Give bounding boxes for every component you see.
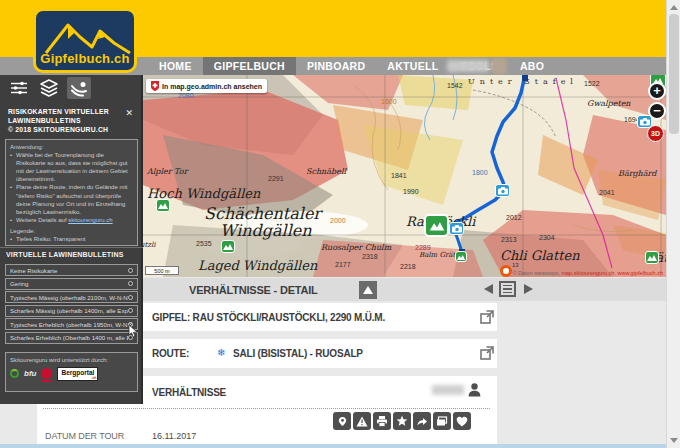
- map-place-label: Chli Glatten: [500, 248, 580, 263]
- map-place-label: utzli: [143, 241, 156, 249]
- map-elevation-label: 1841: [391, 172, 407, 179]
- map-place-label: Balm Grätli: [419, 251, 460, 259]
- view-3d-button[interactable]: 3D: [647, 125, 664, 142]
- bulletins-heading: VIRTUELLE LAWINENBULLETINS: [6, 251, 124, 258]
- site-logo[interactable]: Gipfelbuch.ch: [33, 8, 137, 73]
- list-view-button[interactable]: [499, 281, 516, 297]
- nav-item-pinboard[interactable]: PINBOARD: [296, 57, 376, 75]
- map-elevation-label: 13: [512, 262, 519, 268]
- previous-entry-button[interactable]: [484, 284, 493, 294]
- radio-icon[interactable]: [128, 308, 133, 313]
- summit-marker-icon[interactable]: [455, 251, 467, 262]
- snowflake-icon: ❄: [217, 347, 225, 358]
- skitourenguru-logo-icon: [500, 265, 512, 277]
- bergportal-logo[interactable]: Bergportal.ch: [57, 367, 98, 381]
- map[interactable]: 2080 1600 1542 Unter Stafel 1522 Gwalpet…: [143, 75, 666, 277]
- map-place-label: Alpler Tor: [147, 167, 187, 176]
- map-scale-bar: 500 m: [145, 266, 179, 275]
- divider: [43, 408, 490, 409]
- action-bar: [333, 412, 471, 430]
- like-heart-button[interactable]: [453, 412, 471, 430]
- usage-heading: Anwendung:: [10, 143, 133, 151]
- map-elevation-label: 1990: [403, 188, 419, 195]
- bfu-logo-icon[interactable]: [10, 369, 19, 378]
- attribution-link[interactable]: www.gipfelbuch.ch: [617, 270, 663, 276]
- attribution-link[interactable]: map.skitourenguru.ch: [561, 270, 614, 276]
- nav-item-abo[interactable]: ABO: [509, 57, 555, 75]
- filters-icon[interactable]: [7, 77, 31, 99]
- nav-item-home[interactable]: HOME: [148, 57, 203, 75]
- summit-marker-icon[interactable]: [645, 251, 659, 264]
- photos-button[interactable]: [433, 412, 451, 430]
- zoom-in-button[interactable]: +: [648, 82, 666, 100]
- sponsor-logo-icon[interactable]: [41, 368, 52, 379]
- summit-marker-icon[interactable]: [156, 199, 170, 212]
- collapse-panel-button[interactable]: [359, 281, 377, 299]
- bottom-accent-bar: [0, 444, 666, 448]
- map-place-label: Ruosalper Chulm: [321, 243, 391, 252]
- map-elevation-label: 2218: [400, 263, 416, 270]
- skitourenguru-link[interactable]: skitourenguru.ch: [68, 217, 112, 223]
- radio-icon[interactable]: [128, 281, 133, 286]
- usage-item: Plane deine Route, indem du Gelände mit …: [10, 183, 133, 215]
- divider: [0, 247, 143, 248]
- external-link-icon[interactable]: [480, 346, 494, 360]
- camera-marker-icon[interactable]: [495, 184, 510, 197]
- map-elevation-label: 2318: [362, 253, 378, 260]
- avalanche-bulletin-icon[interactable]: [67, 77, 91, 99]
- risk-option-typisches-erheblich[interactable]: Typisches Erheblich (oberhalb 1950m, W-N…: [5, 318, 138, 330]
- page-scrollbar[interactable]: [666, 0, 680, 448]
- user-icon[interactable]: [467, 382, 482, 397]
- bfu-logo-text[interactable]: bfu: [24, 369, 36, 380]
- radio-icon[interactable]: [128, 268, 133, 273]
- scrollbar-thumb[interactable]: [669, 14, 679, 134]
- map-place-label: Windgällen: [220, 221, 312, 240]
- map-elevation-label: 1600: [381, 98, 397, 105]
- sidebar-copyright: © 2018 SKITOURENGURU.CH: [8, 126, 108, 133]
- favorite-star-button[interactable]: [393, 412, 411, 430]
- nav-item-aktuell[interactable]: AKTUELL: [376, 57, 449, 75]
- zoom-out-button[interactable]: −: [648, 102, 666, 120]
- map-place-label: Schnäbell: [306, 167, 346, 176]
- warning-button[interactable]: [353, 412, 371, 430]
- external-link-icon[interactable]: [480, 310, 494, 324]
- route-value: SALI (BISISTAL) - RUOSALP: [233, 348, 363, 359]
- map-elevation-label: 2000: [330, 217, 346, 224]
- map-place-label: Unter Stafel: [468, 77, 578, 86]
- radio-icon[interactable]: [128, 295, 133, 300]
- nav-item-gipfelbuch[interactable]: GIPFELBUCH: [203, 57, 296, 75]
- avatar[interactable]: [491, 58, 507, 74]
- usage-item: Wähle bei der Tourenplanung die Risikoka…: [10, 151, 133, 183]
- risk-option-scharfes-erheblich[interactable]: Scharfes Erheblich (Oberhalb 1400 m, all…: [5, 332, 138, 344]
- author-name-redacted: [432, 385, 464, 395]
- layers-icon[interactable]: [37, 77, 61, 99]
- selected-summit-marker-icon[interactable]: [424, 214, 449, 237]
- scroll-down-icon[interactable]: [670, 438, 678, 443]
- next-entry-button[interactable]: [524, 284, 533, 294]
- camera-marker-icon[interactable]: [449, 222, 464, 235]
- risk-option-scharfes-maessig[interactable]: Scharfes Mässig (oberhalb 1400m, alle Ex…: [5, 305, 138, 317]
- usage-legend-box: Anwendung: Wähle bei der Tourenplanung d…: [5, 139, 138, 246]
- map-place-label: Gwalpeten: [587, 99, 631, 108]
- map-place-label: Bärghärd: [618, 169, 656, 178]
- location-pin-button[interactable]: [333, 412, 351, 430]
- map-elevation-label: 1542: [447, 82, 463, 89]
- tour-date-value: 16.11.2017: [152, 431, 196, 441]
- risk-option-keine[interactable]: Keine Risikokarte: [5, 264, 138, 276]
- map-elevation-label: 1522: [584, 80, 600, 87]
- map-attribution: © Daten swisstopo, map.skitourenguru.ch,…: [512, 270, 663, 276]
- close-icon[interactable]: ✕: [125, 108, 133, 118]
- scroll-up-icon[interactable]: [670, 5, 678, 10]
- print-button[interactable]: [373, 412, 391, 430]
- risk-option-gering[interactable]: Gering: [5, 278, 138, 290]
- mountain-logo-icon: [42, 17, 134, 57]
- share-button[interactable]: [413, 412, 431, 430]
- map-elevation-label: 2313: [501, 236, 517, 243]
- map-elevation-label: 1800: [472, 169, 488, 176]
- map-elevation-label: 2012: [506, 214, 522, 221]
- route-label: ROUTE:: [152, 348, 189, 359]
- summit-marker-icon[interactable]: [221, 240, 235, 253]
- usage-item: Weitere Details auf skitourenguru.ch: [10, 216, 133, 224]
- risk-option-typisches-maessig[interactable]: Typisches Mässig (oberhalb 2100m, W-N-NE…: [5, 291, 138, 303]
- map-geo-admin-button[interactable]: In map.geo.admin.ch ansehen: [146, 79, 267, 93]
